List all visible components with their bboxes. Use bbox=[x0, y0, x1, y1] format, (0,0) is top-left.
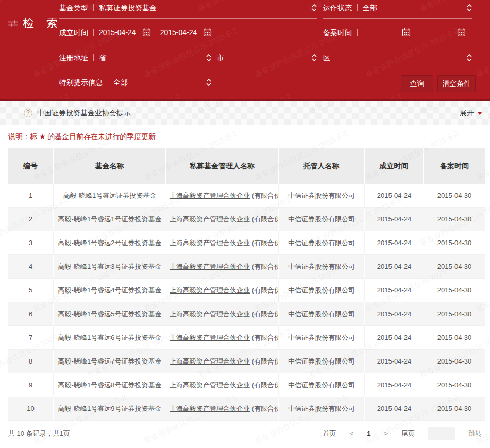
calendar-icon[interactable] bbox=[203, 28, 212, 37]
fund-type-value: 私募证券投资基金 bbox=[99, 3, 157, 12]
manager-suffix: (有限合伙) bbox=[252, 239, 279, 247]
manager-link[interactable]: 上海高毅资产管理合伙企业 bbox=[170, 357, 250, 365]
filter-sliders-icon bbox=[8, 20, 18, 27]
manager-suffix: (有限合伙) bbox=[252, 263, 279, 270]
fund-name-link[interactable]: 高毅-晓峰1号睿远2号证券投资基金 bbox=[58, 239, 162, 247]
last-page-button[interactable]: 尾页 bbox=[401, 429, 415, 438]
table-row: 3 高毅-晓峰1号睿远2号证券投资基金 上海高毅资产管理合伙企业 (有限合伙) … bbox=[8, 231, 485, 255]
cell-custodian: 中信证券股份有限公司 bbox=[279, 397, 365, 421]
table-row: 9 高毅-晓峰1号睿远8号证券投资基金 上海高毅资产管理合伙企业 (有限合伙) … bbox=[8, 373, 485, 397]
search-panel: 基金业协会信息公示 2025-6-2基金业协会信息公示 2025-6-2基金业协… bbox=[0, 0, 490, 101]
cell-filed: 2015-04-30 bbox=[424, 208, 485, 231]
manager-suffix: (有限合伙) bbox=[252, 405, 279, 412]
fund-name-link[interactable]: 高毅-晓峰1号睿远7号证券投资基金 bbox=[58, 357, 162, 365]
first-page-button[interactable]: 首页 bbox=[323, 429, 336, 438]
fund-name-link[interactable]: 高毅-晓峰1号睿远1号证券投资基金 bbox=[58, 215, 162, 223]
fund-name-link[interactable]: 高毅-晓峰1号睿远证券投资基金 bbox=[63, 192, 157, 199]
province-select[interactable]: 注册地址 省 bbox=[59, 53, 211, 68]
cell-established: 2015-04-24 bbox=[365, 326, 424, 350]
special-notice-select[interactable]: 特别提示信息 全部 bbox=[59, 78, 211, 93]
cell-manager: 上海高毅资产管理合伙企业 (有限合伙) bbox=[166, 184, 279, 208]
cell-custodian: 中信证券股份有限公司 bbox=[279, 373, 365, 397]
table-row: 10 高毅-晓峰1号睿远9号证券投资基金 上海高毅资产管理合伙企业 (有限合伙)… bbox=[8, 397, 485, 421]
manager-link[interactable]: 上海高毅资产管理合伙企业 bbox=[170, 334, 250, 341]
cell-no: 7 bbox=[8, 326, 54, 350]
query-button[interactable]: 查询 bbox=[401, 75, 433, 92]
table-row: 4 高毅-晓峰1号睿远3号证券投资基金 上海高毅资产管理合伙企业 (有限合伙) … bbox=[8, 255, 485, 279]
watermark-text: 基金业协会信息公示 2025-6-2 bbox=[418, 92, 490, 99]
establish-date-from[interactable]: 2015-04-24 bbox=[99, 28, 136, 37]
fund-name-link[interactable]: 高毅-晓峰1号睿远5号证券投资基金 bbox=[58, 310, 162, 318]
manager-link[interactable]: 上海高毅资产管理合伙企业 bbox=[170, 310, 250, 318]
calendar-icon[interactable] bbox=[402, 28, 411, 37]
manager-link[interactable]: 上海高毅资产管理合伙企业 bbox=[170, 263, 250, 270]
cell-established: 2015-04-24 bbox=[365, 208, 424, 231]
select-chevron-icon bbox=[467, 4, 472, 12]
clear-conditions-button[interactable]: 清空条件 bbox=[437, 75, 476, 92]
cell-custodian: 中信证券股份有限公司 bbox=[279, 208, 365, 231]
city-select[interactable]: 市 bbox=[217, 53, 317, 68]
next-page-button[interactable]: > bbox=[384, 429, 388, 437]
manager-suffix: (有限合伙) bbox=[252, 215, 279, 223]
col-header-fund: 基金名称 bbox=[54, 148, 166, 184]
operation-status-select[interactable]: 运作状态 全部 bbox=[323, 3, 472, 19]
cell-manager: 上海高毅资产管理合伙企业 (有限合伙) bbox=[166, 279, 279, 302]
manager-link[interactable]: 上海高毅资产管理合伙企业 bbox=[170, 239, 250, 247]
calendar-icon[interactable] bbox=[457, 28, 466, 37]
manager-link[interactable]: 上海高毅资产管理合伙企业 bbox=[170, 215, 250, 223]
search-section-title: 检 索 bbox=[8, 15, 62, 31]
city-value: 市 bbox=[217, 53, 224, 62]
fund-name-link[interactable]: 高毅-晓峰1号睿远4号证券投资基金 bbox=[58, 286, 162, 294]
col-header-custodian: 托管人名称 bbox=[279, 148, 365, 184]
establish-date-range: 成立时间 2015-04-24 2015-04-24 bbox=[59, 28, 317, 43]
current-page[interactable]: 1 bbox=[367, 429, 370, 437]
cell-fund-name: 高毅-晓峰1号睿远1号证券投资基金 bbox=[54, 208, 166, 231]
operation-status-label: 运作状态 bbox=[323, 3, 352, 12]
cell-fund-name: 高毅-晓峰1号睿远5号证券投资基金 bbox=[54, 302, 166, 326]
page-title: 检 索 bbox=[23, 15, 62, 31]
fund-type-label: 基金类型 bbox=[59, 3, 88, 12]
select-chevron-icon bbox=[206, 54, 211, 62]
watermark-text: 基金业协会信息公示 2025-6-2 bbox=[307, 92, 403, 99]
fund-name-link[interactable]: 高毅-晓峰1号睿远9号证券投资基金 bbox=[58, 405, 162, 412]
fund-name-link[interactable]: 高毅-晓峰1号睿远3号证券投资基金 bbox=[58, 263, 162, 270]
filing-date-label: 备案时间 bbox=[323, 28, 352, 37]
district-select[interactable]: 区 bbox=[323, 53, 472, 68]
field-divider bbox=[108, 79, 108, 86]
fund-name-link[interactable]: 高毅-晓峰1号睿远6号证券投资基金 bbox=[58, 334, 162, 341]
cell-established: 2015-04-24 bbox=[365, 397, 424, 421]
col-header-established: 成立时间 bbox=[365, 148, 424, 184]
cell-no: 1 bbox=[8, 184, 54, 208]
table-header-row: 编号 基金名称 私募基金管理人名称 托管人名称 成立时间 备案时间 bbox=[8, 148, 485, 184]
cell-manager: 上海高毅资产管理合伙企业 (有限合伙) bbox=[166, 231, 279, 255]
cell-filed: 2015-04-30 bbox=[424, 350, 485, 373]
jump-button[interactable]: 跳转 bbox=[468, 429, 482, 438]
table-row: 8 高毅-晓峰1号睿远7号证券投资基金 上海高毅资产管理合伙企业 (有限合伙) … bbox=[8, 350, 485, 373]
cell-fund-name: 高毅-晓峰1号睿远2号证券投资基金 bbox=[54, 231, 166, 255]
cell-custodian: 中信证券股份有限公司 bbox=[279, 279, 365, 302]
establish-date-to[interactable]: 2015-04-24 bbox=[160, 28, 197, 37]
expand-caret-icon bbox=[478, 112, 482, 115]
fund-name-link[interactable]: 高毅-晓峰1号睿远8号证券投资基金 bbox=[58, 381, 162, 389]
page-jump-input[interactable] bbox=[428, 427, 455, 440]
expand-toggle[interactable]: 展开 bbox=[460, 109, 482, 118]
fund-type-select[interactable]: 基金类型 私募证券投资基金 bbox=[59, 3, 317, 19]
cell-established: 2015-04-24 bbox=[365, 350, 424, 373]
cell-no: 9 bbox=[8, 373, 54, 397]
col-header-manager: 私募基金管理人名称 bbox=[166, 148, 279, 184]
manager-link[interactable]: 上海高毅资产管理合伙企业 bbox=[170, 381, 250, 389]
cell-no: 2 bbox=[8, 208, 54, 231]
manager-link[interactable]: 上海高毅资产管理合伙企业 bbox=[170, 405, 250, 412]
manager-link[interactable]: 上海高毅资产管理合伙企业 bbox=[170, 192, 250, 199]
pagination-bar: 共 10 条记录，共1页 首页 < 1 > 尾页 跳转 bbox=[0, 421, 490, 446]
manager-link[interactable]: 上海高毅资产管理合伙企业 bbox=[170, 286, 250, 294]
cell-established: 2015-04-24 bbox=[365, 279, 424, 302]
calendar-icon[interactable] bbox=[142, 28, 151, 37]
cell-filed: 2015-04-30 bbox=[424, 326, 485, 350]
cell-manager: 上海高毅资产管理合伙企业 (有限合伙) bbox=[166, 373, 279, 397]
cell-filed: 2015-04-30 bbox=[424, 279, 485, 302]
table-row: 2 高毅-晓峰1号睿远1号证券投资基金 上海高毅资产管理合伙企业 (有限合伙) … bbox=[8, 208, 485, 231]
prev-page-button[interactable]: < bbox=[350, 429, 354, 437]
field-divider bbox=[357, 29, 358, 36]
cell-manager: 上海高毅资产管理合伙企业 (有限合伙) bbox=[166, 397, 279, 421]
